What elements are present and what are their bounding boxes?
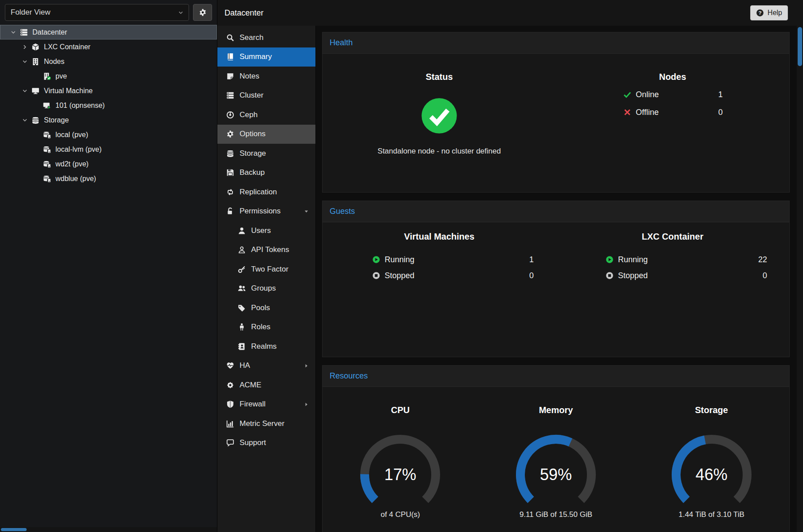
menu-item-label: Users [251,226,271,235]
menu-item-label: API Tokens [251,245,289,254]
expander-down-icon[interactable] [20,117,30,123]
nodes-status-column: Nodes Online1Offline0 [556,54,789,192]
db-icon [30,116,41,124]
tree-horizontal-scrollbar[interactable] [0,527,217,532]
menu-item-storage[interactable]: Storage [217,144,315,163]
users-icon [237,284,247,292]
cluster-status-column: Status Standalone node - no cluster defi… [323,54,556,192]
menu-item-support[interactable]: Support [217,433,315,453]
search-icon [225,34,235,42]
help-button[interactable]: ? Help [750,5,788,20]
menu-item-label: Storage [240,149,266,158]
guests-columns: Virtual MachinesRunning1Stopped0LXC Cont… [323,222,789,357]
tree-item-storage[interactable]: Storage [0,113,217,127]
menu-item-ceph[interactable]: Ceph [217,105,315,125]
gauge-caption: 9.11 GiB of 15.50 GiB [478,510,634,519]
menu-item-api-tokens[interactable]: API Tokens [217,240,315,260]
floppy-icon [225,169,235,177]
menu-item-notes[interactable]: Notes [217,67,315,86]
vertical-scrollbar-thumb[interactable] [798,27,802,66]
menu-item-label: Search [240,33,264,42]
guests-panel: Guests Virtual MachinesRunning1Stopped0L… [322,201,790,357]
unlock-icon [225,207,235,215]
tree-item-label: Virtual Machine [44,87,93,95]
stop-icon [371,272,381,280]
menu-item-two-factor[interactable]: Two Factor [217,260,315,279]
menu-item-label: Firewall [240,400,266,409]
tree-item-label: Nodes [44,58,64,66]
tree-item-virtual-machine[interactable]: Virtual Machine [0,83,217,98]
node-status-row-online: Online1 [622,86,723,103]
menu-item-firewall[interactable]: Firewall [217,395,315,414]
workspace: Datacenter ? Help SearchSummaryNotesClus… [217,0,803,532]
ceph-icon [225,111,235,119]
key-icon [237,265,247,273]
expander-down-icon[interactable] [8,29,19,35]
health-panel-header: Health [323,32,789,54]
menu-item-label: Options [240,130,266,138]
user-icon [237,227,247,235]
menu-item-label: Realms [251,342,277,351]
menu-item-roles[interactable]: Roles [217,318,315,337]
view-mode-select[interactable]: Folder View [5,4,189,21]
menu-item-summary[interactable]: Summary [217,47,315,67]
vertical-scrollbar[interactable] [797,26,803,532]
expander-right-icon[interactable] [20,44,30,50]
menu-item-label: Permissions [240,207,281,216]
gear-icon [225,130,235,138]
stop-icon [605,272,614,280]
tree-item-label: 101 (opnsense) [55,102,105,110]
menu-item-label: Roles [251,323,270,331]
expander-down-icon[interactable] [20,88,30,94]
tree-item-label: wdblue (pve) [55,175,96,183]
menu-item-groups[interactable]: Groups [217,279,315,299]
menu-item-metric-server[interactable]: Metric Server [217,414,315,433]
horizontal-scrollbar-thumb[interactable] [1,528,27,531]
menu-item-acme[interactable]: ACME [217,375,315,395]
tree-item-label: local (pve) [55,131,88,139]
comment-icon [225,439,235,447]
menu-item-permissions[interactable]: Permissions [217,202,315,221]
tree-item-101-opnsense[interactable]: 101 (opnsense) [0,98,217,113]
expander-down-icon[interactable] [20,59,30,65]
note-icon [225,72,235,80]
tree-item-pve[interactable]: pve [0,69,217,83]
cert-icon [225,381,235,389]
resource-tree: DatacenterLXC ContainerNodespveVirtual M… [0,25,217,532]
resource-tree-panel: Folder View DatacenterLXC ContainerNodes… [0,0,217,532]
db-icon [225,150,235,158]
health-panel-title: Health [330,38,353,47]
guest-status-value: 0 [763,271,767,280]
menu-item-options[interactable]: Options [217,125,315,144]
content-area: Health Status Standalone node - no clust… [316,26,803,532]
menu-item-replication[interactable]: Replication [217,182,315,202]
help-button-label: Help [768,9,782,17]
tree-item-local-lvm-pve[interactable]: local-lvm (pve) [0,142,217,157]
check-icon [622,91,632,99]
guests-panel-header: Guests [323,201,789,222]
guests-column-lxc-container: LXC ContainerRunning22Stopped0 [556,222,789,357]
menu-item-cluster[interactable]: Cluster [217,86,315,106]
tree-item-local-pve[interactable]: local (pve) [0,127,217,142]
run-icon [371,256,381,264]
menu-item-users[interactable]: Users [217,221,315,240]
menu-item-label: Pools [251,303,270,312]
menu-item-search[interactable]: Search [217,28,315,47]
menu-item-ha[interactable]: HA [217,356,315,376]
tree-item-datacenter[interactable]: Datacenter [0,25,217,39]
menu-item-realms[interactable]: Realms [217,337,315,356]
menu-item-pools[interactable]: Pools [217,298,315,318]
shield-icon [225,400,235,408]
tree-item-wd2t-pve[interactable]: wd2t (pve) [0,157,217,171]
tree-item-lxc-container[interactable]: LXC Container [0,39,217,54]
menu-item-backup[interactable]: Backup [217,163,315,183]
tree-settings-button[interactable] [193,4,212,21]
tree-item-wdblue-pve[interactable]: wdblue (pve) [0,171,217,186]
nodes-rows: Online1Offline0 [622,86,723,121]
tree-item-nodes[interactable]: Nodes [0,54,217,69]
resources-gauges: CPU17%of 4 CPU(s)Memory59%9.11 GiB of 15… [323,387,789,532]
node-status-label: Online [636,90,659,99]
node-status-label: Offline [636,108,659,117]
tags-icon [237,304,247,312]
chevron-down-icon [175,7,186,18]
